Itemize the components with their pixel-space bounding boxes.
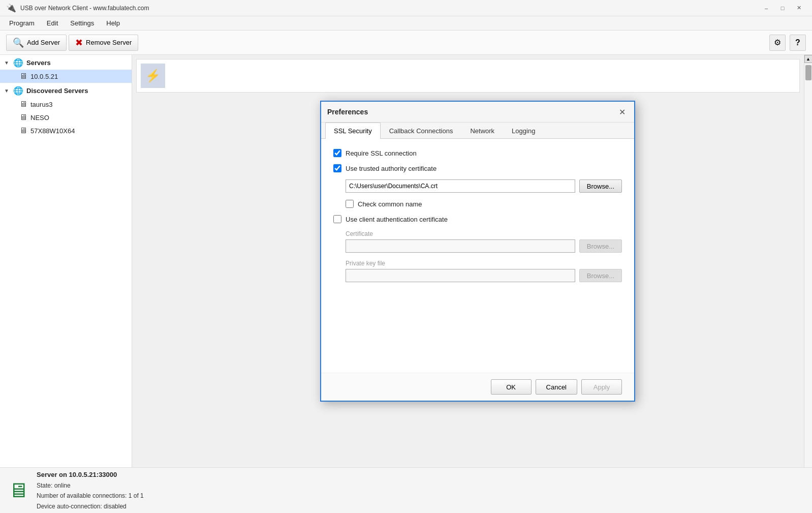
toolbar-right: ⚙ ? — [769, 35, 806, 51]
menu-settings[interactable]: Settings — [65, 18, 99, 28]
tab-network[interactable]: Network — [461, 123, 503, 139]
scroll-up-button[interactable]: ▲ — [804, 55, 813, 63]
toolbar: 🔍 Add Server ✖ Remove Server ⚙ ? — [0, 31, 812, 55]
check-common-name-label: Check common name — [358, 200, 422, 208]
preferences-dialog: Preferences ✕ SSL Security Callback Conn… — [320, 101, 635, 402]
private-key-label: Private key file — [346, 260, 622, 267]
close-button[interactable]: ✕ — [792, 3, 806, 14]
usb-symbol: ⚡ — [141, 64, 165, 88]
usb-icon: ⚡ — [145, 69, 161, 83]
tab-logging-label: Logging — [512, 127, 535, 135]
certificate-field-group: Browse... — [346, 239, 622, 253]
remove-server-icon: ✖ — [75, 37, 83, 48]
tab-ssl-label: SSL Security — [334, 127, 372, 135]
tab-logging[interactable]: Logging — [503, 123, 544, 139]
sidebar-item-taurus3[interactable]: 🖥 taurus3 — [0, 98, 132, 111]
monitor-57x88-icon: 🖥 — [19, 126, 27, 135]
tab-callback-label: Callback Connections — [389, 127, 453, 135]
private-key-input[interactable] — [346, 269, 575, 282]
require-ssl-checkbox[interactable] — [333, 149, 341, 157]
sidebar-discovered-header[interactable]: ▼ 🌐 Discovered Servers — [0, 83, 132, 98]
sidebar-neso-label: NESO — [30, 114, 49, 122]
private-key-browse-button[interactable]: Browse... — [579, 269, 622, 282]
dialog-titlebar: Preferences ✕ — [321, 102, 634, 123]
scroll-thumb[interactable] — [805, 65, 811, 80]
use-trusted-label: Use trusted authority certificate — [346, 165, 436, 172]
status-monitor-icon: 🖥 — [8, 479, 28, 502]
status-auto-connection: Device auto-connection: disabled — [37, 501, 144, 511]
window-title: USB over Network Client - www.fabulatech… — [20, 5, 149, 12]
certificate-browse-button[interactable]: Browse... — [579, 239, 622, 253]
use-client-auth-checkbox[interactable] — [333, 215, 341, 223]
sidebar-servers-label: Servers — [26, 59, 51, 67]
add-server-icon: 🔍 — [13, 37, 24, 48]
dialog-tabs: SSL Security Callback Connections Networ… — [321, 123, 634, 139]
title-bar-left: 🔌 USB over Network Client - www.fabulate… — [6, 3, 149, 13]
check-common-name-checkbox[interactable] — [346, 200, 354, 208]
tab-callback-connections[interactable]: Callback Connections — [381, 123, 462, 139]
content-area: ⚡ ▲ Preferences ✕ SSL Security Callback … — [132, 55, 812, 467]
menu-help[interactable]: Help — [101, 18, 125, 28]
tab-ssl-security[interactable]: SSL Security — [325, 123, 381, 139]
remove-server-button[interactable]: ✖ Remove Server — [69, 35, 138, 51]
sidebar-server-ip-label: 10.0.5.21 — [30, 73, 58, 80]
dialog-footer: OK Cancel Apply — [321, 373, 634, 401]
tab-network-label: Network — [470, 127, 494, 135]
use-trusted-checkbox[interactable] — [333, 164, 341, 172]
gear-icon: ⚙ — [774, 38, 781, 47]
dialog-content: Require SSL connection Use trusted autho… — [321, 139, 634, 373]
status-state: State: online — [37, 480, 144, 491]
status-server-info: Server on 10.0.5.21:33000 — [37, 469, 144, 480]
usb-device-card: ⚡ — [136, 59, 800, 93]
monitor-icon: 🖥 — [19, 72, 27, 81]
settings-icon-button[interactable]: ⚙ — [769, 35, 786, 51]
check-common-name-row: Check common name — [346, 200, 622, 208]
use-trusted-row: Use trusted authority certificate — [333, 164, 622, 172]
usb-icon-area: ⚡ — [132, 55, 804, 97]
cert-path-input[interactable] — [346, 179, 575, 193]
app-icon: 🔌 — [6, 3, 16, 13]
certificate-label: Certificate — [346, 230, 622, 237]
window-controls: – □ ✕ — [759, 3, 806, 14]
sidebar-item-neso[interactable]: 🖥 NESO — [0, 111, 132, 124]
sidebar-item-57x88[interactable]: 🖥 57X88W10X64 — [0, 124, 132, 137]
dialog-title: Preferences — [327, 108, 368, 116]
sidebar-taurus3-label: taurus3 — [30, 101, 52, 108]
require-ssl-row: Require SSL connection — [333, 149, 622, 157]
servers-globe-icon: 🌐 — [13, 58, 23, 68]
require-ssl-label: Require SSL connection — [346, 149, 417, 157]
help-icon: ? — [795, 38, 800, 47]
menu-bar: Program Edit Settings Help — [0, 16, 812, 31]
sidebar-servers-header[interactable]: ▼ 🌐 Servers — [0, 55, 132, 70]
add-server-label: Add Server — [27, 39, 60, 46]
menu-program[interactable]: Program — [4, 18, 40, 28]
title-bar: 🔌 USB over Network Client - www.fabulate… — [0, 0, 812, 16]
help-icon-button[interactable]: ? — [790, 35, 806, 51]
minimize-button[interactable]: – — [759, 3, 773, 14]
private-key-section: Private key file Browse... — [346, 260, 622, 282]
private-key-field-group: Browse... — [346, 269, 622, 282]
dialog-close-button[interactable]: ✕ — [616, 106, 628, 118]
status-connections: Number of available connections: 1 of 1 — [37, 491, 144, 501]
apply-button[interactable]: Apply — [581, 379, 622, 395]
use-client-auth-label: Use client authentication certificate — [346, 216, 448, 223]
monitor-taurus3-icon: 🖥 — [19, 100, 27, 109]
certificate-section: Certificate Browse... — [346, 230, 622, 253]
discovered-network-icon: 🌐 — [13, 86, 23, 96]
cert-browse-button[interactable]: Browse... — [579, 179, 622, 193]
use-client-auth-row: Use client authentication certificate — [333, 215, 622, 223]
sidebar-item-server-ip[interactable]: 🖥 10.0.5.21 — [0, 70, 132, 83]
certificate-input[interactable] — [346, 239, 575, 253]
monitor-neso-icon: 🖥 — [19, 113, 27, 122]
maximize-button[interactable]: □ — [775, 3, 790, 14]
cancel-button[interactable]: Cancel — [536, 379, 577, 395]
sidebar-57x88-label: 57X88W10X64 — [30, 127, 75, 135]
ok-button[interactable]: OK — [491, 379, 532, 395]
menu-edit[interactable]: Edit — [42, 18, 63, 28]
cert-path-row: Browse... — [346, 179, 622, 193]
add-server-button[interactable]: 🔍 Add Server — [6, 35, 67, 51]
sidebar-discovered-label: Discovered Servers — [26, 87, 88, 95]
main-layout: ▼ 🌐 Servers 🖥 10.0.5.21 ▼ 🌐 Discovered S… — [0, 55, 812, 467]
scroll-area: ▲ — [804, 55, 812, 467]
status-text-block: Server on 10.0.5.21:33000 State: online … — [37, 469, 144, 511]
